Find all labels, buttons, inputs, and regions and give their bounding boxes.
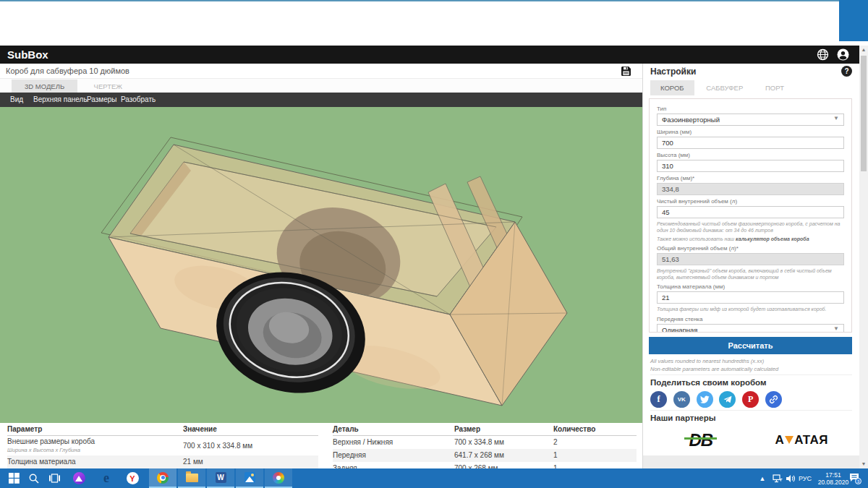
3d-viewport[interactable] [0, 107, 642, 423]
material-thickness-input[interactable]: 21 [657, 291, 844, 304]
net-volume-hint: Рекомендованный чистый объем фазоинверто… [657, 221, 844, 234]
share-title: Поделиться своим коробом [650, 378, 852, 387]
box-settings-form: Тип Фазоинверторный▼ Ширина (мм) 700 Выс… [649, 98, 852, 333]
app-title: SubBox [7, 46, 48, 64]
menu-top-panel[interactable]: Верхняя панель [33, 93, 88, 107]
table-row: Передняя 641.7 x 268 мм 1 [333, 449, 637, 462]
chrome-taskbar-button[interactable] [149, 468, 176, 488]
detail-size: 700 x 268 мм [454, 462, 498, 468]
calculate-button[interactable]: Рассчитать [649, 337, 852, 354]
partner-avatar-logo[interactable]: AATAЯ [752, 433, 853, 448]
partner-db-logo[interactable]: DB [650, 430, 752, 450]
notification-count: 3 [856, 479, 859, 483]
tray-show-hidden-icons[interactable]: ▲ [757, 468, 768, 488]
gross-volume-hint: Внутренний "грязный" объем короба, включ… [657, 267, 844, 281]
tab-drawing[interactable]: ЧЕРТЕЖ [81, 80, 136, 93]
gross-volume-label: Общий внутренний объем (л)* [657, 245, 844, 252]
param-value: 21 мм [183, 455, 203, 468]
twitter-share-icon[interactable] [697, 391, 713, 408]
start-button[interactable] [4, 468, 23, 488]
param-name: Внешние размеры короба Ширина x Высота x… [7, 436, 95, 455]
search-icon[interactable] [25, 468, 43, 488]
col-parameter: Параметр [7, 423, 42, 436]
task-view-icon[interactable] [45, 468, 64, 488]
partner-logos: DB AATAЯ [650, 427, 852, 454]
table-row: Внешние размеры короба Ширина x Высота x… [7, 436, 318, 455]
clock[interactable]: 17:51 20.08.2020 [816, 468, 851, 488]
detail-name: Верхняя / Нижняя [333, 436, 393, 449]
menu-explode[interactable]: Разобрать [121, 93, 156, 107]
browser-top-strip [0, 0, 868, 46]
language-globe-icon[interactable] [817, 48, 829, 61]
photos-taskbar-button[interactable] [236, 468, 263, 488]
height-input[interactable]: 310 [657, 160, 844, 172]
volume-calculator-link[interactable]: калькулятор объема короба [736, 236, 809, 241]
settings-tabs: КОРОБ САБВУФЕР ПОРТ [643, 80, 859, 95]
col-quantity: Количество [553, 423, 595, 436]
save-icon[interactable] [621, 67, 631, 76]
type-label: Тип [657, 106, 844, 112]
edge-browser-icon[interactable]: e [97, 468, 116, 488]
front-wall-select[interactable]: Одинарная▼ [657, 324, 844, 333]
scrollbar-thumb[interactable] [861, 56, 867, 171]
detail-size: 700 x 334.8 мм [454, 436, 504, 449]
partners-title: Наши партнеры [650, 414, 852, 422]
tab-box[interactable]: КОРОБ [650, 80, 694, 95]
depth-input-readonly: 334,8 [657, 183, 844, 195]
material-thickness-label: Толщина материала (мм) [657, 283, 844, 290]
language-indicator[interactable]: РУС [796, 468, 814, 488]
date: 20.08.2020 [818, 479, 849, 486]
height-label: Высота (мм) [657, 152, 844, 158]
table-row: Толщина материала 21 мм [7, 455, 318, 468]
action-center-icon[interactable]: 3 [846, 468, 864, 488]
calculation-notes: All values rounded to nearest hundredths… [650, 357, 778, 374]
param-value: 700 x 310 x 334.8 мм [183, 436, 252, 455]
width-input[interactable]: 700 [657, 137, 844, 149]
detail-name: Задняя [333, 462, 357, 468]
note-rounding: All values rounded to nearest hundredths… [650, 357, 778, 365]
facebook-share-icon[interactable]: f [650, 391, 667, 408]
col-value: Значение [183, 423, 217, 436]
details-table: Деталь Размер Количество Верхняя / Нижня… [333, 423, 637, 468]
page-scrollbar[interactable]: ▲ ▼ [859, 46, 868, 468]
telegram-share-icon[interactable] [719, 391, 736, 408]
tab-subwoofer[interactable]: САБВУФЕР [696, 80, 753, 95]
detail-size: 641.7 x 268 мм [454, 449, 504, 462]
chevron-down-icon: ▼ [833, 325, 839, 332]
width-label: Ширина (мм) [657, 129, 844, 135]
scrollbar-down-arrow[interactable]: ▼ [859, 460, 868, 468]
param-name: Толщина материала [7, 455, 76, 468]
net-volume-input[interactable]: 45 [657, 206, 844, 218]
scrollbar-up-arrow[interactable]: ▲ [859, 46, 868, 54]
volume-calculator-hint: Также можно использовать наш калькулятор… [657, 236, 844, 242]
file-explorer-taskbar-button[interactable] [178, 468, 205, 488]
front-wall-label: Передняя стенка [657, 316, 844, 322]
paint3d-taskbar-button[interactable] [265, 468, 292, 488]
tab-3d-model[interactable]: 3D МОДЕЛЬ [12, 80, 77, 93]
vk-share-icon[interactable]: VK [673, 391, 690, 408]
share-section: Поделиться своим коробом f VK P [650, 374, 852, 408]
time: 17:51 [825, 471, 841, 479]
detail-name: Передняя [333, 449, 366, 462]
word-taskbar-button[interactable]: W [207, 468, 234, 488]
menu-dimensions[interactable]: Размеры [87, 93, 117, 107]
type-select[interactable]: Фазоинверторный▼ [657, 114, 844, 126]
yandex-browser-icon[interactable]: Y [123, 468, 142, 488]
windows-taskbar: e Y W ▲ РУС 17:51 20.08.2020 3 [0, 468, 868, 488]
col-detail: Деталь [333, 423, 359, 436]
share-icons: f VK P [650, 391, 852, 408]
gross-volume-input-readonly: 51,63 [657, 253, 844, 265]
pinterest-share-icon[interactable]: P [742, 391, 759, 408]
alice-assistant-icon[interactable] [69, 468, 88, 488]
network-icon[interactable] [771, 468, 784, 488]
depth-label: Глубина (мм)* [657, 175, 844, 181]
tab-port[interactable]: ПОРТ [755, 80, 794, 95]
project-bar: Короб для сабвуфера 10 дюймов [0, 64, 642, 79]
parameters-table: Параметр Значение Внешние размеры короба… [7, 423, 318, 468]
help-icon[interactable]: ? [841, 66, 852, 77]
copy-link-share-icon[interactable] [765, 391, 782, 408]
partners-section: Наши партнеры DB AATAЯ [650, 410, 852, 454]
col-size: Размер [454, 423, 480, 436]
menu-view[interactable]: Вид [10, 93, 23, 107]
account-icon[interactable] [837, 48, 849, 61]
